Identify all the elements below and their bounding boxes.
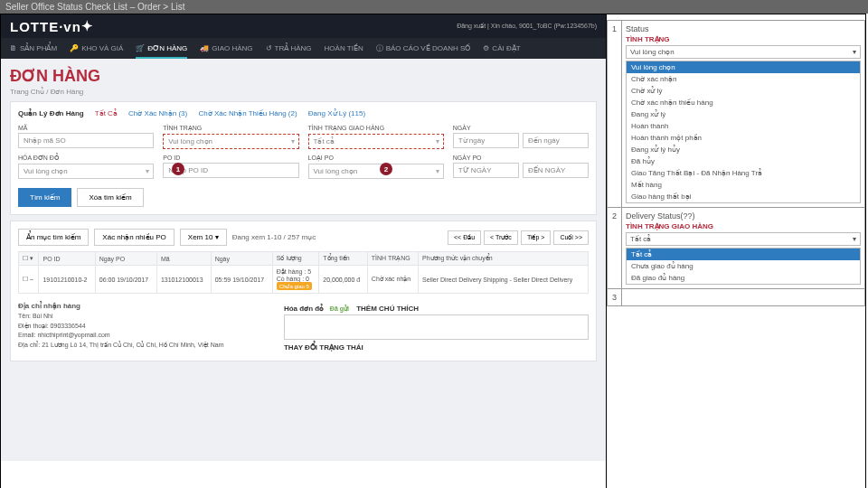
anno-2-opt[interactable]: Chưa giao đủ hàng: [627, 260, 860, 272]
tab-await-confirm[interactable]: Chờ Xác Nhận (3): [128, 109, 187, 117]
nav-refund[interactable]: HOÀN TIỀN: [325, 43, 363, 53]
label-invoice: HÓA ĐƠN ĐỎ: [18, 155, 154, 162]
add-note-label: THÊM CHÚ THÍCH: [356, 305, 419, 313]
page-first[interactable]: << Đầu: [448, 230, 481, 245]
anno-1-opt[interactable]: Mất hàng: [627, 179, 860, 191]
nav-reports[interactable]: ⓘ BÁO CÁO VỀ DOANH SỐ: [376, 43, 471, 53]
anno-2-num: 2: [608, 208, 622, 289]
nav-inventory[interactable]: 🔑 KHO VÀ GIÁ: [70, 43, 123, 53]
label-date: NGÀY: [453, 125, 589, 131]
anno-1-opt[interactable]: Đang xử lý hủy: [627, 144, 860, 155]
code-input[interactable]: Nhập mã SO: [18, 133, 154, 148]
filter-grid: MÃNhập mã SO TÌNH TRẠNGVui lòng chọn TÌN…: [18, 125, 589, 179]
hide-filters-button[interactable]: Ẩn mục tìm kiếm: [18, 229, 89, 246]
status-tabs: Quản Lý Đơn Hàng Tất Cả Chờ Xác Nhận (3)…: [18, 109, 589, 117]
page-next[interactable]: Tiếp >: [521, 230, 552, 245]
invoice-select[interactable]: Vui lòng chọn: [18, 164, 154, 179]
anno-2-options: Tất cả Chưa giao đủ hàng Đã giao đủ hàng: [626, 248, 861, 285]
results-toolbar: Ẩn mục tìm kiếm Xác nhận nhiều PO Xem 10…: [18, 229, 589, 246]
sent-status: Đã gửi: [330, 305, 349, 312]
label-delivery: TÌNH TRẠNG GIAO HÀNG: [308, 125, 444, 132]
nav-orders[interactable]: 🛒 ĐƠN HÀNG: [136, 43, 187, 59]
result-count: Đang xem 1-10 / 257 mục: [232, 233, 316, 241]
anno-2-opt[interactable]: Tất cả: [627, 249, 860, 260]
anno-1-opt[interactable]: Đang xử lý: [627, 108, 860, 120]
table-row[interactable]: ☐ – 19101210010-2 06:00 19/10/2017 13101…: [19, 266, 589, 294]
anno-1-opt[interactable]: Chờ xác nhận thiếu hàng: [627, 97, 860, 108]
th-tong[interactable]: Tổng tiền: [319, 252, 368, 266]
main-frame: LOTTE·vn✦ Đăng xuất | Xin chào, 9001_ToB…: [0, 14, 866, 488]
red-invoice-label: Hóa đơn đỏ: [284, 305, 324, 313]
th-ma[interactable]: Mã: [156, 252, 211, 266]
change-state-label: THAY ĐỔI TRẠNG THÁI: [284, 343, 589, 352]
page-last[interactable]: Cuối >>: [553, 230, 589, 245]
nav-delivery[interactable]: 🚚 GIAO HÀNG: [200, 43, 252, 53]
anno-2-select[interactable]: Tất cả: [626, 232, 861, 246]
tab-await-short[interactable]: Chờ Xác Nhận Thiếu Hàng (2): [198, 109, 297, 117]
anno-3-num: 3: [608, 289, 622, 306]
callout-2: 2: [380, 163, 392, 175]
anno-1-opt[interactable]: Giao Tăng Thất Bại - Đã Nhận Hàng Trả: [627, 167, 860, 179]
anno-3: [622, 289, 865, 306]
label-status: TÌNH TRẠNG: [163, 125, 298, 132]
page-prev[interactable]: < Trước: [484, 230, 518, 245]
th-poid[interactable]: PO ID: [39, 252, 95, 266]
th-sl[interactable]: Số lượng: [272, 252, 319, 266]
tab-processing[interactable]: Đang Xử Lý (115): [308, 109, 365, 117]
label-code: MÃ: [18, 125, 154, 131]
th-check[interactable]: ☐ ▾: [19, 252, 39, 266]
view-size-button[interactable]: Xem 10 ▾: [180, 229, 227, 246]
header-bar: LOTTE·vn✦ Đăng xuất | Xin chào, 9001_ToB…: [1, 14, 606, 38]
undelivered-badge: Chưa giao 5: [277, 282, 312, 290]
podate-from[interactable]: TỪ NGÀY: [453, 163, 519, 178]
label-poid: PO ID: [163, 155, 298, 161]
anno-1-opt[interactable]: Hoàn thành một phần: [627, 132, 860, 144]
search-button[interactable]: Tìm kiếm: [18, 188, 71, 207]
status-select[interactable]: Vui lòng chọn: [163, 134, 298, 149]
podate-to[interactable]: ĐẾN NGÀY: [523, 163, 589, 178]
delivery-status-select[interactable]: Tất cả: [308, 134, 444, 149]
page-title: ĐƠN HÀNG: [10, 66, 597, 86]
note-input[interactable]: [284, 314, 589, 340]
confirm-many-button[interactable]: Xác nhận nhiều PO: [94, 229, 174, 246]
label-potype: LOẠI PO: [308, 155, 444, 162]
results-panel: Ẩn mục tìm kiếm Xác nhận nhiều PO Xem 10…: [10, 221, 597, 361]
anno-1-opt[interactable]: Vui lòng chọn: [627, 61, 860, 73]
anno-1-opt[interactable]: Hoàn thành: [627, 120, 860, 132]
orders-table: ☐ ▾ PO ID Ngày PO Mã Ngày Số lượng Tổng …: [18, 251, 589, 294]
anno-1: Status TÌNH TRẠNG Vui lòng chọn Vui lòng…: [622, 21, 865, 208]
clear-button[interactable]: Xóa tìm kiếm: [77, 188, 143, 207]
anno-1-select[interactable]: Vui lòng chọn: [626, 45, 861, 59]
spark-icon: ✦: [81, 18, 94, 34]
annotation-pane: 1 Status TÌNH TRẠNG Vui lòng chọn Vui lò…: [607, 14, 865, 488]
th-ngay[interactable]: Ngày: [211, 252, 272, 266]
nav-settings[interactable]: ⚙ CÀI ĐẶT: [483, 43, 520, 53]
main-nav: 🗎 SẢN PHẨM 🔑 KHO VÀ GIÁ 🛒 ĐƠN HÀNG 🚚 GIA…: [1, 38, 606, 59]
tabs-label: Quản Lý Đơn Hàng: [18, 109, 84, 117]
potype-select[interactable]: Vui lòng chọn: [308, 164, 444, 179]
pager: << Đầu < Trước Tiếp > Cuối >>: [448, 230, 589, 245]
anno-1-opt[interactable]: Chờ xác nhận: [627, 73, 860, 85]
nav-returns[interactable]: ↺ TRẢ HÀNG: [266, 43, 312, 53]
th-ngaypo[interactable]: Ngày PO: [95, 252, 156, 266]
tab-all[interactable]: Tất Cả: [95, 109, 118, 117]
page-content: ĐƠN HÀNG Trang Chủ / Đơn Hàng Quản Lý Đơ…: [1, 59, 606, 461]
anno-1-opt[interactable]: Chờ xử lý: [627, 85, 860, 97]
th-status[interactable]: TÌNH TRẠNG: [367, 252, 418, 266]
th-ship[interactable]: Phương thức vận chuyển: [419, 252, 589, 266]
logo: LOTTE·vn✦: [10, 18, 94, 34]
anno-1-num: 1: [608, 21, 622, 208]
anno-1-opt[interactable]: Giao hàng thất bại: [627, 191, 860, 202]
date-from[interactable]: Từ ngày: [453, 133, 519, 148]
window-titlebar: Seller Office Status Check List – Order …: [0, 0, 868, 14]
filter-panel: Quản Lý Đơn Hàng Tất Cả Chờ Xác Nhận (3)…: [10, 101, 597, 215]
anno-1-opt[interactable]: Đã hủy: [627, 155, 860, 167]
anno-2-opt[interactable]: Đã giao đủ hàng: [627, 272, 860, 284]
nav-products[interactable]: 🗎 SẢN PHẨM: [10, 43, 57, 53]
shipping-address: Địa chỉ nhận hàng Tên: Bùi Nhi Điện thoạ…: [18, 301, 275, 353]
screenshot-pane: LOTTE·vn✦ Đăng xuất | Xin chào, 9001_ToB…: [1, 14, 607, 488]
date-to[interactable]: Đến ngày: [523, 133, 589, 148]
table-header-row: ☐ ▾ PO ID Ngày PO Mã Ngày Số lượng Tổng …: [19, 252, 589, 266]
breadcrumb: Trang Chủ / Đơn Hàng: [10, 88, 597, 96]
callout-1: 1: [172, 163, 184, 175]
